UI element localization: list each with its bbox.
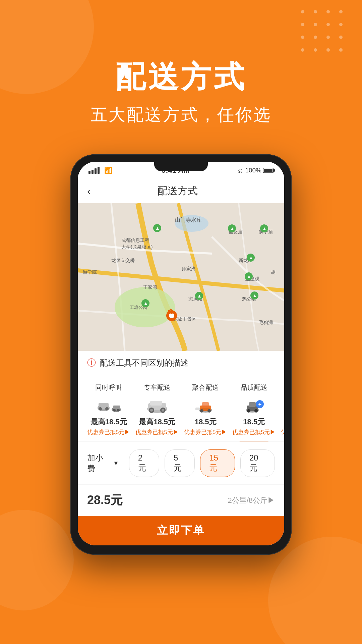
svg-text:✦: ✦ — [258, 402, 262, 407]
order-button[interactable]: 立即下单 — [78, 516, 284, 545]
option-icon-2 — [190, 396, 221, 414]
warning-icon: ⓘ — [87, 357, 96, 369]
svg-point-46 — [117, 409, 120, 412]
delivery-option-quality[interactable]: 品质配送 ✦ 18.5元 — [230, 383, 278, 436]
svg-text:▲: ▲ — [247, 274, 251, 279]
svg-point-51 — [150, 409, 153, 412]
nav-title: 配送方式 — [97, 184, 258, 198]
option-coupon-0: 优惠券已抵5元▶ — [87, 428, 130, 436]
svg-text:▲: ▲ — [249, 255, 253, 260]
nav-bar: ‹ 配送方式 — [78, 179, 284, 203]
circle-decoration-bl — [0, 510, 74, 610]
option-icon-1 — [142, 396, 172, 414]
svg-point-41 — [99, 407, 102, 411]
chip-2yuan[interactable]: 2元 — [129, 449, 159, 477]
phone-notch — [154, 162, 208, 171]
option-icon-0 — [94, 396, 124, 414]
svg-point-53 — [162, 409, 164, 412]
extra-fee-label: 加小费 ▼ — [87, 452, 119, 474]
svg-rect-58 — [202, 402, 209, 407]
option-name-1: 专车配送 — [144, 383, 171, 392]
svg-text:✿: ✿ — [168, 307, 174, 316]
phone-mockup: 📶 9:41 AM ⍾ 100% ‹ 配送方式 — [70, 154, 292, 555]
battery-indicator: 100% — [245, 167, 274, 174]
option-name-2: 聚合配送 — [192, 383, 219, 392]
chip-5yuan[interactable]: 5元 — [165, 449, 195, 477]
page-main-title: 配送方式 — [0, 60, 362, 94]
total-row: 28.5元 2公里/8公斤▶ — [78, 485, 284, 516]
svg-text:▲: ▲ — [197, 293, 202, 299]
option-icon-3: ✦ — [239, 396, 269, 414]
delivery-option-price[interactable]: 价格优先 ¥ 18.5元 — [278, 383, 284, 436]
svg-text:大学(龙泉校区): 大学(龙泉校区) — [121, 244, 153, 250]
svg-point-63 — [254, 409, 258, 413]
page-sub-title: 五大配送方式，任你选 — [0, 104, 362, 126]
svg-text:▲: ▲ — [262, 226, 267, 231]
delivery-option-private[interactable]: 专车配送 最高18.5元 优惠券已抵5元▶ — [133, 383, 181, 436]
option-coupon-3: 优惠券已抵5元▶ — [232, 428, 275, 436]
chevron-down-icon: ▼ — [113, 460, 119, 467]
svg-text:游学院: 游学院 — [83, 269, 97, 275]
status-left: 📶 — [88, 166, 113, 174]
option-price-0: 最高18.5元 — [90, 417, 127, 427]
option-coupon-1: 优惠券已抵5元▶ — [135, 428, 178, 436]
delivery-option-aggregate[interactable]: 聚合配送 18.5元 优惠券已抵5元▶ — [181, 383, 230, 436]
info-text: 配送工具不同区别的描述 — [100, 358, 188, 368]
info-banner: ⓘ 配送工具不同区别的描述 — [78, 351, 284, 375]
phone-screen: 📶 9:41 AM ⍾ 100% ‹ 配送方式 — [78, 162, 284, 545]
svg-text:师家湾: 师家湾 — [182, 266, 196, 271]
svg-text:▲: ▲ — [252, 293, 257, 298]
svg-point-62 — [247, 409, 250, 413]
extra-fee-row: 加小费 ▼ 2元 5元 15元 20元 — [78, 442, 284, 485]
svg-text:龙泉立交桥: 龙泉立交桥 — [111, 258, 135, 263]
svg-rect-59 — [195, 408, 200, 410]
svg-point-57 — [207, 409, 211, 413]
svg-text:▲: ▲ — [143, 301, 148, 306]
option-name-0: 同时呼叫 — [95, 383, 122, 392]
status-right: ⍾ 100% — [238, 167, 274, 174]
map-svg: 山门寺水库 成都信息工程 大学(龙泉校区) 龙泉立交桥 游学院 仙女庙 狮子顶 … — [78, 203, 284, 351]
chip-20yuan[interactable]: 20元 — [240, 449, 275, 477]
bluetooth-icon: ⍾ — [238, 167, 242, 174]
battery-icon — [263, 168, 274, 173]
option-name-3: 品质配送 — [241, 383, 267, 392]
back-button[interactable]: ‹ — [87, 185, 90, 197]
wifi-icon: 📶 — [104, 166, 113, 174]
svg-text:▲: ▲ — [155, 225, 160, 231]
total-info: 2公里/8公斤▶ — [228, 495, 275, 505]
header-section: 配送方式 五大配送方式，任你选 — [0, 0, 362, 126]
delivery-option-simultaneous[interactable]: 同时呼叫 最高18.5元 — [84, 383, 133, 436]
delivery-options-bar: 同时呼叫 最高18.5元 — [78, 375, 284, 442]
svg-text:成都信息工程: 成都信息工程 — [121, 237, 149, 243]
extra-chips-container: 2元 5元 15元 20元 — [129, 449, 275, 477]
option-price-3: 18.5元 — [243, 417, 265, 427]
svg-point-56 — [200, 409, 203, 413]
svg-text:▲: ▲ — [230, 226, 235, 231]
option-price-1: 最高18.5元 — [139, 417, 175, 427]
chip-15yuan[interactable]: 15元 — [200, 449, 235, 477]
svg-rect-64 — [249, 402, 256, 407]
map-area: 山门寺水库 成都信息工程 大学(龙泉校区) 龙泉立交桥 游学院 仙女庙 狮子顶 … — [78, 203, 284, 351]
svg-text:胡: 胡 — [271, 269, 276, 275]
signal-icon — [88, 167, 100, 174]
total-price: 28.5元 — [87, 492, 123, 508]
svg-text:王家湾: 王家湾 — [143, 284, 157, 290]
svg-point-42 — [105, 407, 109, 411]
svg-text:山门寺水库: 山门寺水库 — [175, 217, 202, 223]
svg-text:毛狗洞: 毛狗洞 — [259, 320, 273, 325]
phone-outer: 📶 9:41 AM ⍾ 100% ‹ 配送方式 — [70, 154, 292, 555]
option-price-2: 18.5元 — [195, 417, 217, 427]
option-coupon-2: 优惠券已抵5元▶ — [184, 428, 227, 436]
svg-rect-49 — [150, 401, 162, 406]
svg-point-45 — [113, 409, 116, 412]
option-coupon-4: 优惠券已抵5元▶ — [281, 428, 284, 436]
